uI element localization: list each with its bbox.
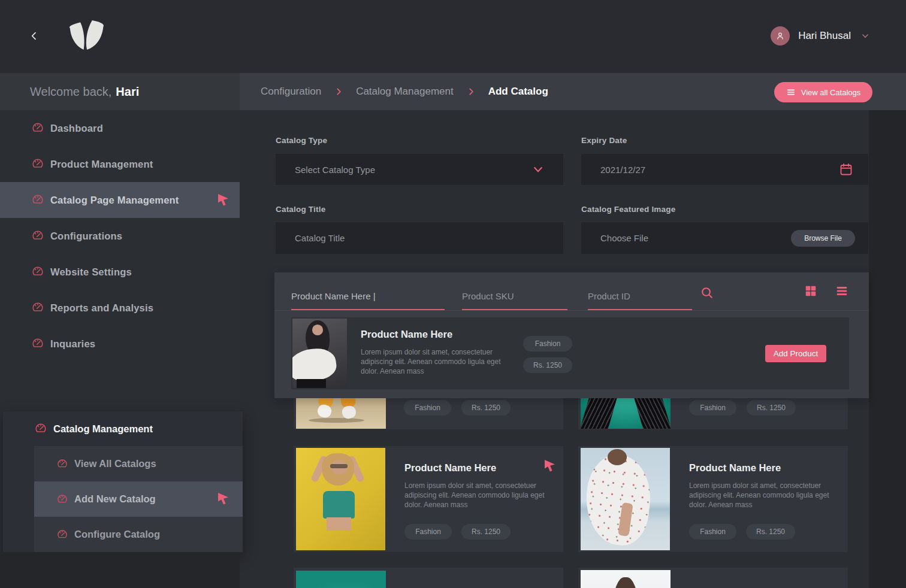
menu-icon [786, 87, 796, 97]
catalog-type-selected-value: Select Catalog Type [295, 165, 375, 175]
cursor-icon [216, 193, 230, 207]
submenu-header[interactable]: Catalog Management [3, 411, 243, 446]
sidebar-item-product-management[interactable]: Product Management [0, 146, 240, 182]
user-menu[interactable]: Hari Bhusal [771, 25, 871, 47]
sidebar-item-catalog-page-management[interactable]: Catalog Page Management [0, 182, 240, 218]
welcome-prefix: Welcome back, [30, 85, 111, 99]
add-product-button[interactable]: Add Product [765, 345, 826, 362]
chevron-down-icon[interactable] [859, 32, 871, 40]
product-card[interactable]: Product Name Here Lorem ipsum dolor sit … [294, 446, 563, 552]
gauge-icon [31, 122, 44, 135]
price-badge: Rs. 1250 [461, 400, 511, 416]
product-image [581, 570, 671, 588]
expiry-date-label: Expiry Date [581, 136, 627, 145]
welcome-name: Hari [116, 85, 139, 99]
submenu-item-view-all-catalogs[interactable]: View All Catalogs [34, 446, 243, 481]
product-image [296, 448, 385, 550]
product-id-search-input[interactable] [588, 283, 692, 310]
product-title: Product Name Here [689, 462, 781, 474]
sidebar-item-label: Catalog Page Management [50, 195, 179, 206]
catalog-title-field[interactable] [276, 222, 563, 254]
butterfly-logo [65, 18, 108, 53]
sidebar-footer-spacer [0, 552, 240, 588]
chevron-down-icon [532, 163, 544, 175]
product-description: Lorem ipsum dolor sit amet, consectetuer… [689, 481, 832, 510]
person-icon [775, 31, 786, 41]
sidebar-item-label: Product Management [50, 159, 153, 170]
product-card[interactable]: Product Name Here Lorem ipsum dolor sit … [578, 446, 848, 552]
catalog-type-label: Catalog Type [276, 136, 327, 145]
tag-badge: Fashion [689, 524, 736, 539]
tag-badge: Fashion [523, 336, 572, 351]
search-icon[interactable] [700, 286, 714, 300]
product-image [296, 571, 386, 588]
sidebar-item-configurations[interactable]: Configurations [0, 218, 240, 254]
submenu-item-label: View All Catalogs [74, 458, 156, 469]
product-image [292, 319, 347, 388]
price-badge: Rs. 1250 [461, 524, 511, 539]
product-title: Product Name Here [404, 462, 496, 474]
gauge-icon [31, 337, 44, 350]
sidebar-item-dashboard[interactable]: Dashboard [0, 110, 240, 146]
tag-badge: Fashion [404, 400, 451, 416]
price-badge: Rs. 1250 [746, 524, 795, 539]
user-name: Hari Bhusal [798, 30, 851, 42]
sidebar-item-reports-and-analysis[interactable]: Reports and Analysis [0, 290, 240, 326]
product-search-panel: Product Name Here Lorem ipsum dolor sit … [274, 272, 869, 398]
back-button[interactable] [25, 26, 43, 46]
sidebar-item-website-settings[interactable]: Website Settings [0, 254, 240, 290]
product-name-search-input[interactable] [291, 283, 445, 310]
avatar [771, 26, 790, 46]
breadcrumb-item-catalog-management[interactable]: Catalog Management [356, 86, 454, 98]
grid-view-icon[interactable] [804, 284, 817, 298]
gauge-icon [56, 529, 68, 541]
gauge-icon [31, 193, 44, 207]
content-right-gutter [869, 110, 906, 588]
catalog-type-select[interactable]: Select Catalog Type [276, 154, 563, 185]
cursor-icon [216, 492, 230, 506]
calendar-icon[interactable] [839, 162, 853, 177]
browse-file-button[interactable]: Browse File [791, 230, 855, 247]
sidebar-item-label: Configurations [50, 231, 122, 242]
product-card[interactable] [294, 568, 563, 588]
breadcrumb-item-configuration[interactable]: Configuration [261, 86, 321, 98]
submenu-header-label: Catalog Management [53, 423, 153, 435]
product-card[interactable] [578, 568, 848, 588]
chevron-left-icon [29, 31, 39, 41]
submenu-item-configure-catalog[interactable]: Configure Catalog [34, 517, 243, 552]
product-title: Product Name Here [361, 329, 452, 340]
sidebar-item-inquaries[interactable]: Inquaries [0, 326, 240, 362]
featured-image-label: Catalog Featured Image [581, 205, 675, 214]
sidebar-item-label: Reports and Analysis [50, 302, 153, 314]
product-image [581, 448, 670, 550]
breadcrumb: Configuration Catalog Management Add Cat… [240, 73, 906, 110]
topbar: Hari Bhusal [0, 0, 906, 73]
product-description: Lorem ipsum dolor sit amet, consectetuer… [361, 347, 503, 376]
chevron-right-icon [467, 87, 475, 96]
product-result-card[interactable]: Product Name Here Lorem ipsum dolor sit … [291, 317, 849, 389]
submenu-item-label: Add New Catalog [74, 493, 156, 505]
sidebar-item-label: Inquaries [50, 338, 95, 350]
gauge-icon [56, 458, 68, 470]
breadcrumb-item-add-catalog: Add Catalog [488, 86, 548, 98]
list-view-icon[interactable] [835, 284, 848, 298]
submenu-item-add-new-catalog[interactable]: Add New Catalog [34, 481, 243, 517]
gauge-icon [31, 229, 44, 243]
chevron-right-icon [334, 87, 343, 96]
welcome-banner: Welcome back, Hari [0, 73, 240, 110]
product-description: Lorem ipsum dolor sit amet, consectetuer… [404, 481, 547, 510]
price-badge: Rs. 1250 [747, 400, 796, 416]
catalog-title-label: Catalog Title [276, 205, 325, 214]
panel-divider [274, 310, 869, 311]
price-badge: Rs. 1250 [523, 357, 572, 373]
gauge-icon [34, 422, 47, 435]
gauge-icon [31, 301, 44, 314]
sidebar-item-label: Dashboard [50, 123, 103, 134]
gauge-icon [31, 265, 44, 278]
tag-badge: Fashion [404, 524, 452, 539]
view-all-catalogs-label: View all Catalogs [801, 88, 860, 97]
gauge-icon [31, 157, 44, 171]
product-sku-search-input[interactable] [462, 283, 567, 310]
expiry-date-field[interactable] [581, 154, 868, 185]
view-all-catalogs-button[interactable]: View all Catalogs [774, 82, 872, 102]
